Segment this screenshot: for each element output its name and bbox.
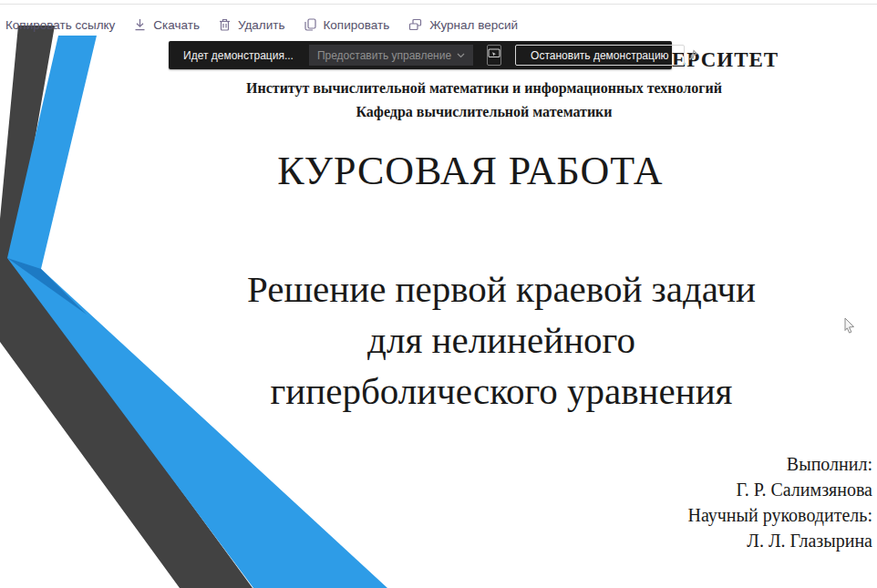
give-control-button[interactable]: Предоставить управление — [309, 45, 473, 66]
delete-button[interactable]: Удалить — [219, 18, 285, 32]
chevron-down-icon — [457, 53, 465, 58]
pin-icon[interactable] — [685, 47, 700, 63]
credits-line-1: Выполнил: — [687, 451, 872, 477]
institute-block: Институт вычислительной математики и инф… — [46, 77, 877, 124]
top-divider — [0, 4, 877, 5]
presentation-control-bar: Идет демонстрация... Предоставить управл… — [169, 41, 672, 69]
copy-icon — [304, 18, 316, 31]
version-history-button[interactable]: Журнал версий — [408, 18, 518, 32]
copy-link-label: Копировать ссылку — [5, 18, 115, 32]
credits-block: Выполнил: Г. Р. Салимзянова Научный руко… — [687, 451, 872, 553]
download-label: Скачать — [153, 18, 200, 32]
give-control-label: Предоставить управление — [317, 49, 451, 62]
presentation-status-label: Идет демонстрация... — [183, 49, 294, 62]
credits-line-4: Л. Л. Глазырина — [687, 528, 872, 553]
work-type-title: КУРСОВАЯ РАБОТА — [124, 148, 817, 194]
credits-line-3: Научный руководитель: — [687, 502, 872, 528]
file-command-toolbar: Копировать ссылку Скачать Удалить — [5, 12, 518, 37]
download-icon — [134, 18, 146, 31]
version-history-icon — [408, 18, 422, 31]
share-screen-icon — [488, 48, 500, 62]
title-line-2: для нелинейного — [137, 315, 866, 366]
download-button[interactable]: Скачать — [134, 18, 200, 32]
credits-line-2: Г. Р. Салимзянова — [687, 477, 872, 502]
department-line: Кафедра вычислительной математики — [46, 100, 877, 124]
copy-link-button[interactable]: Копировать ссылку — [5, 18, 115, 32]
copy-label: Копировать — [324, 18, 390, 32]
share-screen-button[interactable] — [487, 45, 501, 66]
trash-icon — [219, 18, 231, 31]
slide-main-title: Решение первой краевой задачи для нелине… — [137, 263, 866, 417]
copy-button[interactable]: Копировать — [304, 18, 390, 32]
stop-presentation-button[interactable]: Остановить демонстрацию — [515, 45, 684, 66]
screen: Копировать ссылку Скачать Удалить — [0, 0, 877, 588]
title-line-1: Решение первой краевой задачи — [137, 263, 866, 315]
title-line-3: гиперболического уравнения — [137, 366, 866, 417]
delete-label: Удалить — [238, 18, 285, 32]
institute-line: Институт вычислительной математики и инф… — [46, 77, 877, 100]
version-history-label: Журнал версий — [429, 18, 518, 32]
